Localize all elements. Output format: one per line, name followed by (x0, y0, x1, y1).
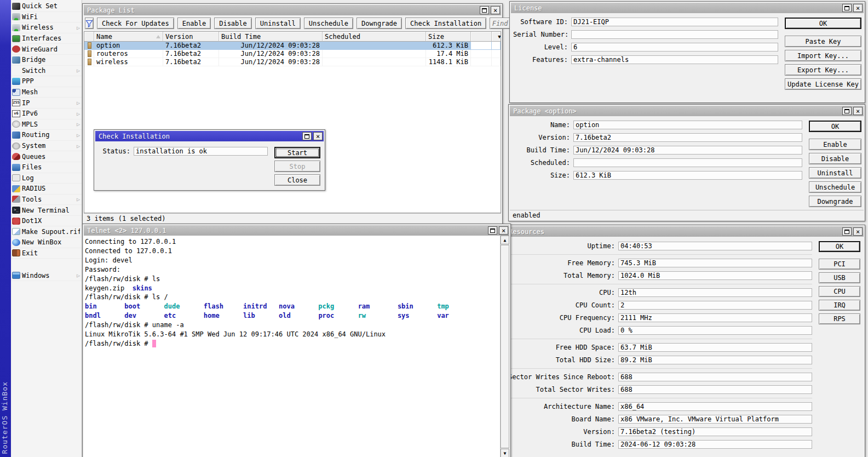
column-header-build-time[interactable]: Build Time (219, 32, 323, 42)
features-field[interactable]: extra-channels (571, 55, 778, 64)
maximize-icon[interactable] (842, 4, 852, 12)
close-icon[interactable]: × (853, 227, 863, 236)
column-select-icon[interactable]: ▼ (494, 33, 501, 41)
total-sector-writes-field[interactable]: 688 (618, 385, 812, 394)
ok-button[interactable]: OK (785, 18, 861, 29)
sidebar-item-new-terminal[interactable]: >_New Terminal (11, 205, 82, 216)
sidebar-item-radius[interactable]: RADIUS (11, 184, 82, 195)
rps-button[interactable]: RPS (819, 313, 860, 324)
export-key-button[interactable]: Export Key... (785, 64, 861, 76)
import-key-button[interactable]: Import Key... (785, 50, 861, 61)
sidebar-item-mesh[interactable]: Mesh (11, 87, 82, 98)
sector-writes-since-reboot-field[interactable]: 688 (618, 373, 812, 381)
close-icon[interactable]: × (853, 4, 863, 12)
sidebar-item-ppp[interactable]: PPP (11, 76, 82, 87)
free-memory-field[interactable]: 745.3 MiB (618, 259, 812, 267)
terminal-scrollbar[interactable]: ▲ ▼ (500, 236, 509, 457)
build-time-field[interactable]: Jun/12/2024 09:03:28 (573, 146, 802, 155)
check-installation-button[interactable]: Check Installation (405, 18, 486, 29)
sidebar-item-make-supout-rif[interactable]: Make Supout.rif (11, 226, 82, 237)
table-row-wireless[interactable]: wireless7.16beta2Jun/12/2024 09:03:28114… (84, 58, 501, 66)
close-icon[interactable]: × (491, 6, 500, 14)
close-icon[interactable]: × (853, 107, 863, 115)
package-option-titlebar[interactable]: Package <option> × (510, 106, 864, 116)
sidebar-item-switch[interactable]: Switch▷ (11, 66, 82, 77)
sidebar-item-log[interactable]: Log (11, 173, 82, 184)
sidebar-item-wifi[interactable]: WiFi (11, 12, 82, 23)
downgrade-button[interactable]: Downgrade (357, 18, 402, 29)
sidebar-item-bridge[interactable]: Bridge (11, 55, 82, 66)
paste-key-button[interactable]: Paste Key (785, 36, 861, 47)
serial-number-field[interactable] (571, 30, 778, 39)
disable-button[interactable]: Disable (214, 18, 252, 29)
cpu-frequency-field[interactable]: 2111 MHz (618, 313, 812, 322)
pci-button[interactable]: PCI (819, 259, 860, 270)
package-list-titlebar[interactable]: Package List × (84, 5, 501, 15)
maximize-icon[interactable] (842, 227, 852, 236)
build-time-field[interactable]: 2024-06-12 09:03:28 (618, 440, 812, 449)
sidebar-item-windows[interactable]: Windows▷ (11, 270, 82, 281)
sidebar-item-files[interactable]: Files (11, 162, 82, 173)
table-row-routeros[interactable]: routeros7.16beta2Jun/12/2024 09:03:2817.… (84, 50, 501, 58)
sidebar-item-mpls[interactable]: MPLS▷ (11, 119, 82, 130)
column-header-icon[interactable] (84, 32, 94, 42)
disable-button[interactable]: Disable (809, 153, 861, 164)
telnet-titlebar[interactable]: Telnet <2> 127.0.0.1 × (84, 225, 509, 236)
scroll-down-icon[interactable]: ▼ (501, 449, 509, 457)
update-license-key-button[interactable]: Update License Key (785, 78, 861, 90)
table-row-option[interactable]: option7.16beta2Jun/12/2024 09:03:28612.3… (84, 42, 501, 50)
cpu-count-field[interactable]: 2 (618, 301, 812, 310)
enable-button[interactable]: Enable (809, 139, 861, 150)
uninstall-button[interactable]: Uninstall (809, 167, 861, 179)
sidebar-item-ip[interactable]: 255IP▷ (11, 98, 82, 108)
scroll-up-icon[interactable]: ▲ (501, 236, 509, 244)
sidebar-item-wireguard[interactable]: WireGuard (11, 44, 82, 55)
column-header-version[interactable]: Version (163, 32, 219, 42)
sidebar-item-routing[interactable]: Routing▷ (11, 130, 82, 141)
sidebar-item-exit[interactable]: Exit (11, 248, 82, 259)
scheduled-field[interactable] (573, 158, 802, 167)
version-field[interactable]: 7.16beta2 (testing) (618, 427, 812, 436)
maximize-icon[interactable] (488, 226, 497, 235)
maximize-icon[interactable] (480, 6, 489, 14)
check-for-updates-button[interactable]: Check For Updates (97, 18, 174, 29)
start-button[interactable]: Start (274, 147, 320, 158)
total-memory-field[interactable]: 1024.0 MiB (618, 271, 812, 280)
find-button[interactable]: Find (490, 18, 510, 29)
filter-button[interactable] (85, 18, 94, 29)
board-name-field[interactable]: x86 VMware, Inc. VMware Virtual Platform (618, 415, 812, 424)
cpu-field[interactable]: 12th (618, 288, 812, 297)
sidebar-item-system[interactable]: System▷ (11, 141, 82, 152)
cpu-button[interactable]: CPU (819, 286, 860, 297)
license-titlebar[interactable]: License × (511, 3, 864, 13)
enable-button[interactable]: Enable (177, 18, 211, 29)
column-header-scheduled[interactable]: Scheduled (323, 32, 426, 42)
uptime-field[interactable]: 04:40:53 (618, 242, 812, 250)
close-icon[interactable]: × (499, 226, 508, 235)
software-id-field[interactable]: DJ21-EIQP (571, 18, 778, 26)
sidebar-item-new-winbox[interactable]: New WinBox (11, 237, 82, 248)
unschedule-button[interactable]: Unschedule (304, 18, 353, 29)
column-header-size[interactable]: Size (426, 32, 471, 42)
level-field[interactable]: 6 (571, 43, 778, 52)
sidebar-item-interfaces[interactable]: Interfaces (11, 33, 82, 44)
total-hdd-size-field[interactable]: 89.2 MiB (618, 356, 812, 364)
architecture-name-field[interactable]: x86_64 (618, 402, 812, 411)
sidebar-item-quick-set[interactable]: Quick Set (11, 1, 82, 12)
size-field[interactable]: 612.3 KiB (573, 171, 802, 180)
sidebar-item-wireless[interactable]: Wireless▷ (11, 22, 82, 33)
ok-button[interactable]: OK (819, 241, 860, 252)
sidebar-item-tools[interactable]: Tools▷ (11, 195, 82, 205)
irq-button[interactable]: IRQ (819, 300, 860, 311)
status-field[interactable]: installation is ok (134, 147, 268, 156)
sidebar-item-queues[interactable]: Queues (11, 151, 82, 162)
column-header-name[interactable]: Name (94, 32, 163, 42)
close-button[interactable]: Close (274, 174, 320, 186)
resources-titlebar[interactable]: Resources × (505, 226, 864, 237)
ok-button[interactable]: OK (809, 121, 861, 132)
sidebar-item-dot1x[interactable]: Dot1X (11, 216, 82, 227)
uninstall-button[interactable]: Uninstall (255, 18, 301, 29)
check-installation-titlebar[interactable]: Check Installation × (95, 131, 324, 141)
downgrade-button[interactable]: Downgrade (809, 196, 861, 207)
maximize-icon[interactable] (302, 132, 312, 140)
